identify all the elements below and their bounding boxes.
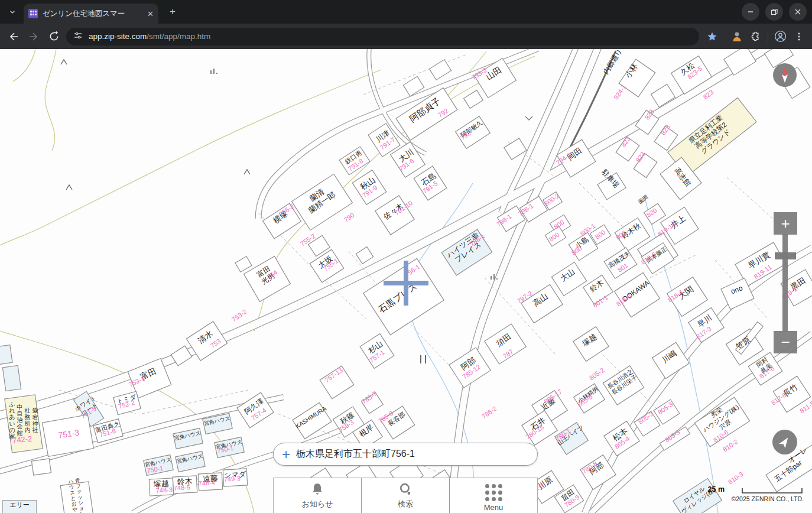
map-building: [504, 138, 527, 160]
zenrin-map[interactable]: 山田小林久松内郷通り県立足利工業高等学校第2グラウンド高志館岡田駐車場阿部貞子阿…: [0, 0, 812, 513]
search-address-text: 栃木県足利市五十部町756-1: [296, 448, 415, 460]
map-building: [464, 90, 483, 109]
map-building: [31, 459, 51, 475]
map-symbol-hill: [66, 185, 72, 190]
map-parcel-number: 742-2: [12, 434, 32, 445]
map-crosshair: [404, 261, 408, 306]
map-parcel-number: 748-5: [173, 483, 190, 491]
current-location-button[interactable]: [772, 430, 797, 454]
tab-title: ゼンリン住宅地図スマー: [43, 9, 144, 19]
tab-close-icon[interactable]: ✕: [147, 9, 154, 18]
map-parcel-number: 810-2: [722, 438, 739, 453]
url-text: app.zip-site.com/smt/app/map.htm: [89, 32, 210, 41]
map-scale: 25 m: [709, 483, 804, 496]
map-building: [381, 406, 415, 439]
bottom-toolbar: お知らせ 検索 Menu: [273, 478, 538, 513]
notifications-label: お知らせ: [302, 499, 333, 509]
magnifier-icon: [398, 482, 413, 497]
map-building: [2, 365, 21, 391]
map-label: 薗岡: [637, 194, 649, 205]
zoom-slider-track[interactable]: [782, 234, 788, 332]
compass-button[interactable]: [773, 63, 797, 87]
map-symbol-hill: [61, 60, 67, 64]
browser-chrome: ゼンリン住宅地図スマー ✕ + app.zip-site.com/smt/app…: [0, 0, 812, 49]
toolbar-divider: [768, 30, 768, 43]
new-tab-button[interactable]: +: [165, 5, 180, 19]
map-parcel-number: 753-2: [230, 308, 248, 323]
bookmark-star-icon[interactable]: [703, 27, 722, 46]
tab-strip: ゼンリン住宅地図スマー ✕ +: [0, 0, 812, 24]
map-contour-line: [45, 49, 56, 151]
reload-button[interactable]: [44, 27, 64, 47]
map-building: [475, 59, 517, 98]
map-canvas[interactable]: 山田小林久松内郷通り県立足利工業高等学校第2グラウンド高志館岡田駐車場阿部貞子阿…: [0, 0, 812, 513]
browser-menu-kebab-icon[interactable]: [790, 27, 808, 46]
window-minimize-button[interactable]: [742, 3, 759, 21]
scale-label: 25 m: [708, 485, 725, 493]
crosshair-plus-icon: +: [282, 447, 290, 462]
search-label: 検索: [398, 499, 413, 509]
back-button[interactable]: [4, 27, 24, 47]
zenrin-favicon-icon: [28, 9, 38, 18]
browser-toolbar: app.zip-site.com/smt/app/map.htm: [0, 24, 812, 49]
map-contour-line: [13, 49, 35, 82]
map-parcel-number: 805-2: [588, 366, 606, 382]
map-parcel-number: 748-4: [198, 479, 215, 486]
map-label: 内郷通り: [602, 47, 623, 76]
map-parcel-number: 748-3: [155, 486, 173, 493]
zoom-in-button[interactable]: +: [774, 212, 797, 235]
zoom-out-button[interactable]: −: [774, 331, 797, 353]
copyright-text: ©2025 ZENRIN CO., LTD.: [732, 495, 804, 502]
window-close-button[interactable]: [789, 3, 807, 21]
search-button[interactable]: 検索: [361, 478, 449, 513]
compass-needle-icon: [773, 63, 797, 87]
map-building: [356, 247, 373, 264]
grid-menu-icon: [485, 484, 502, 501]
map-building: [235, 256, 252, 272]
map-parcel-number: 790: [343, 212, 356, 223]
forward-button[interactable]: [24, 27, 44, 47]
map-symbol-hill: [244, 170, 250, 174]
map-symbol-field: [421, 355, 426, 363]
address-search-bar[interactable]: + 栃木県足利市五十部町756-1: [273, 443, 538, 466]
map-parcel-number: 786-2: [480, 405, 498, 420]
site-settings-icon[interactable]: [73, 31, 83, 43]
map-building: [429, 60, 451, 80]
window-maximize-button[interactable]: [765, 3, 783, 21]
browser-tab[interactable]: ゼンリン住宅地図スマー ✕: [24, 4, 158, 24]
map-symbol-vegetation: [211, 69, 217, 74]
tab-search-chevron-icon[interactable]: [5, 5, 20, 18]
bell-icon: [310, 482, 325, 497]
profile-avatar-icon[interactable]: [727, 27, 746, 46]
map-label: エリー: [9, 501, 30, 508]
navigation-arrow-icon: [778, 436, 791, 449]
map-parcel-number: 749-3: [223, 475, 241, 482]
extensions-puzzle-icon[interactable]: [746, 27, 765, 46]
notifications-button[interactable]: お知らせ: [274, 478, 361, 513]
menu-label: Menu: [484, 503, 504, 512]
zoom-slider-handle[interactable]: [775, 252, 796, 259]
map-parcel-number: 824-1: [612, 83, 628, 101]
map-symbol-check: [525, 116, 532, 120]
menu-button[interactable]: Menu: [449, 478, 537, 513]
map-building: [0, 345, 12, 365]
profile-circle-icon[interactable]: [771, 27, 790, 46]
omnibox[interactable]: app.zip-site.com/smt/app/map.htm: [66, 28, 699, 46]
